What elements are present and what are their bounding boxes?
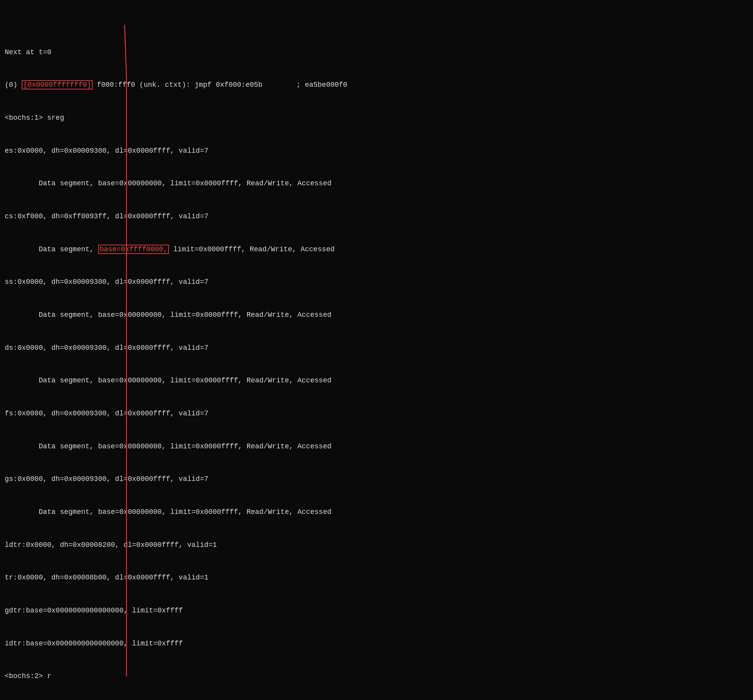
- line-idtr: idtr:base=0x0000000000000000, limit=0xff…: [5, 638, 748, 649]
- line-gdtr: gdtr:base=0x0000000000000000, limit=0xff…: [5, 605, 748, 616]
- highlight-base: base=0xffff0000,: [98, 245, 169, 254]
- line-ds1: Data segment, base=0x00000000, limit=0x0…: [5, 375, 748, 386]
- line-gs0: gs:0x0000, dh=0x00009300, dl=0x0000ffff,…: [5, 474, 748, 485]
- terminal-output: Next at t=0 (0) [0x0000fffffff0] f000:ff…: [5, 3, 748, 700]
- line-next: Next at t=0: [5, 47, 748, 58]
- line-cs1: Data segment, base=0xffff0000, limit=0x0…: [5, 244, 748, 255]
- line-ldtr: ldtr:0x0000, dh=0x00008200, dl=0x0000fff…: [5, 540, 748, 551]
- line-bochs2: <bochs:2> r: [5, 671, 748, 682]
- line-fs1: Data segment, base=0x00000000, limit=0x0…: [5, 441, 748, 452]
- highlight-address: [0x0000fffffff0]: [22, 80, 93, 90]
- line-tr: tr:0x0000, dh=0x00008b00, dl=0x0000ffff,…: [5, 572, 748, 583]
- line-ss0: ss:0x0000, dh=0x00009300, dl=0x0000ffff,…: [5, 277, 748, 288]
- line-ss1: Data segment, base=0x00000000, limit=0x0…: [5, 310, 748, 321]
- line-bochs1: <bochs:1> sreg: [5, 113, 748, 124]
- part-0-prefix: (0): [5, 81, 22, 89]
- line-cs0: cs:0xf000, dh=0xff0093ff, dl=0x0000ffff,…: [5, 211, 748, 222]
- line-es1: Data segment, base=0x00000000, limit=0x0…: [5, 178, 748, 189]
- part-0-suffix: f000:fff0 (unk. ctxt): jmpf 0xf000:e05b …: [93, 81, 347, 89]
- cs1-suffix: limit=0x0000ffff, Read/Write, Accessed: [169, 245, 334, 253]
- line-es0: es:0x0000, dh=0x00009300, dl=0x0000ffff,…: [5, 146, 748, 157]
- line-0: (0) [0x0000fffffff0] f000:fff0 (unk. ctx…: [5, 80, 748, 91]
- cs1-prefix: Data segment,: [5, 245, 98, 253]
- line-ds0: ds:0x0000, dh=0x00009300, dl=0x0000ffff,…: [5, 343, 748, 354]
- line-fs0: fs:0x0000, dh=0x00009300, dl=0x0000ffff,…: [5, 408, 748, 419]
- line-gs1: Data segment, base=0x00000000, limit=0x0…: [5, 507, 748, 518]
